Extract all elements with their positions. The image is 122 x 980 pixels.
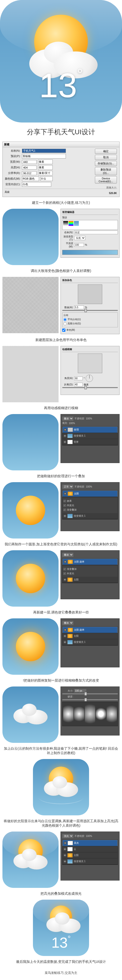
blend-mode-select[interactable]: 叠加 <box>62 621 74 625</box>
distance-slider[interactable] <box>62 387 118 388</box>
preset-swatch[interactable] <box>69 221 74 226</box>
preview-sun <box>2 482 59 539</box>
height-input[interactable]: 404 <box>22 165 37 170</box>
visibility-icon[interactable] <box>64 428 67 431</box>
visibility-icon[interactable] <box>63 434 66 438</box>
layer-row[interactable]: 太阳 <box>63 490 117 497</box>
brush-preset[interactable] <box>85 703 95 725</box>
layer-row[interactable]: 云 <box>63 846 117 852</box>
visibility-icon[interactable] <box>64 628 67 632</box>
blend-mode-select[interactable]: 正常 <box>62 485 74 489</box>
width-unit[interactable]: 像素 <box>38 159 53 164</box>
footer-note: 菜鸟发帖练习,交流为主 <box>0 968 122 978</box>
layers-panel-5: 叠加不透明度:100% 填充:100% 纹理 渐变填充 1 背景 <box>61 414 120 463</box>
gradient-title: 渐变编辑器 <box>62 210 118 215</box>
ok-button[interactable]: 确定 <box>95 149 117 154</box>
visibility-icon[interactable] <box>63 860 66 863</box>
noise-preview-thumb <box>78 285 102 304</box>
blend-mode-select[interactable]: 强光 <box>62 834 74 838</box>
uniform-radio[interactable] <box>63 318 67 321</box>
step-1-caption: 建立一个新的画框(大小随意,练习为主) <box>0 197 122 209</box>
visibility-icon[interactable] <box>63 854 66 857</box>
angle-dial[interactable] <box>86 375 93 382</box>
smooth-input[interactable] <box>74 243 84 247</box>
distance-input[interactable] <box>74 383 83 387</box>
width-input[interactable]: 440 <box>22 160 37 164</box>
preview-cloud <box>2 686 59 743</box>
blend-mode-select[interactable]: 叠加 <box>62 417 74 421</box>
fx-row[interactable]: 渐变叠加 <box>63 567 117 571</box>
grad-type-select[interactable]: 实底 <box>74 236 85 240</box>
preview-final: 13° <box>33 900 89 956</box>
layer-row[interactable]: 太阳 <box>63 852 117 859</box>
dialog-title: 新建 <box>3 142 119 147</box>
res-label: 分辨率(R): <box>5 171 20 175</box>
visibility-icon[interactable] <box>63 635 66 638</box>
visibility-icon[interactable] <box>63 441 66 444</box>
advanced-toggle[interactable]: 高级 <box>5 190 9 194</box>
angle-input[interactable] <box>74 377 83 380</box>
amount-input[interactable] <box>74 305 84 309</box>
brush-preset[interactable] <box>95 703 106 725</box>
visibility-icon[interactable] <box>64 842 67 845</box>
layer-row[interactable]: 渐变填充 1 <box>63 433 117 439</box>
bg-select[interactable]: 白色 <box>22 182 51 187</box>
visibility-icon[interactable] <box>64 560 67 563</box>
layer-row[interactable]: 渐变填充 1 <box>63 859 117 865</box>
name-input[interactable]: 手机天气1 <box>22 149 66 153</box>
layer-row[interactable]: 太阳 <box>63 577 117 583</box>
height-unit[interactable]: 像素 <box>38 165 53 170</box>
fx-row[interactable]: 内发光 <box>63 503 117 508</box>
blend-mode-select[interactable]: 叠加 <box>62 553 74 557</box>
mono-checkbox[interactable] <box>62 329 66 332</box>
preset-swatch[interactable] <box>74 221 79 226</box>
layer-row[interactable]: 渐变填充 1 <box>63 513 117 519</box>
size-slider[interactable] <box>62 694 118 694</box>
width-label: 宽度(W): <box>5 160 20 164</box>
mode-label: 颜色模式(M): <box>5 177 20 181</box>
res-input[interactable]: 96.012 <box>22 171 37 175</box>
image-size-value: 520.8K <box>95 192 117 194</box>
visibility-icon[interactable] <box>63 641 66 644</box>
gaussian-radio[interactable] <box>63 322 67 325</box>
fx-row[interactable]: 外发光 <box>63 571 117 576</box>
bits-select[interactable]: 8 位 <box>41 177 53 181</box>
visibility-icon[interactable] <box>63 514 66 517</box>
mode-select[interactable]: RGB 颜色 <box>22 177 39 181</box>
layer-row[interactable]: 太阳 副本 <box>63 558 117 565</box>
brush-preset[interactable] <box>106 703 117 725</box>
preset-swatch[interactable] <box>63 221 68 226</box>
visibility-icon[interactable] <box>64 492 67 495</box>
layer-row[interactable]: 背景 <box>63 439 117 445</box>
brush-preset[interactable] <box>74 703 84 725</box>
brush-preset[interactable] <box>63 703 74 725</box>
save-preset-button[interactable]: 存储预设(S)... <box>95 161 117 166</box>
preview-overlay <box>2 414 59 470</box>
step-7-caption: 再新建一层,调色使它叠叠效果好一些 <box>0 607 122 618</box>
gradient-bar[interactable] <box>62 250 118 255</box>
layer-row[interactable]: 太阳 副本 <box>63 627 117 633</box>
fx-row[interactable]: 渐变叠加 <box>63 508 117 512</box>
bg-label: 背景内容(C): <box>5 183 20 186</box>
degree-symbol: ° <box>77 66 83 82</box>
visibility-icon[interactable] <box>63 848 66 851</box>
cancel-button[interactable]: 取消 <box>95 155 117 160</box>
layer-row[interactable]: 渐变填充 1 <box>63 639 117 645</box>
amount-slider[interactable] <box>62 310 118 311</box>
delete-preset-button[interactable]: 删除预设(D)... <box>95 167 117 175</box>
hero-weather-icon: 13° <box>0 0 122 123</box>
visibility-icon[interactable] <box>63 578 66 581</box>
layer-row[interactable]: 高光 <box>63 840 117 846</box>
step-3-caption: 新建图层加上杂色用平均分布单色 <box>0 334 122 346</box>
step-9-caption: 加上白云(云的制作方法有很多种,我这偷了下小懒,就用了一点的笔刷! 回后会补上制… <box>0 743 122 759</box>
layer-row[interactable]: 太阳 <box>63 633 117 639</box>
res-unit[interactable]: 像素/英寸 <box>38 171 53 175</box>
preview-noise <box>2 277 59 333</box>
fx-row[interactable]: 效果 <box>63 499 117 503</box>
device-central-button[interactable]: Device Central(E)... <box>95 176 117 183</box>
preset-select[interactable]: 剪贴板 <box>22 154 66 159</box>
layers-panel-8: 叠加 太阳 副本 太阳 渐变填充 1 <box>61 618 120 667</box>
hardness-slider[interactable] <box>62 699 118 700</box>
grad-name-input[interactable] <box>74 231 118 234</box>
layer-row[interactable]: 纹理 <box>63 426 117 433</box>
